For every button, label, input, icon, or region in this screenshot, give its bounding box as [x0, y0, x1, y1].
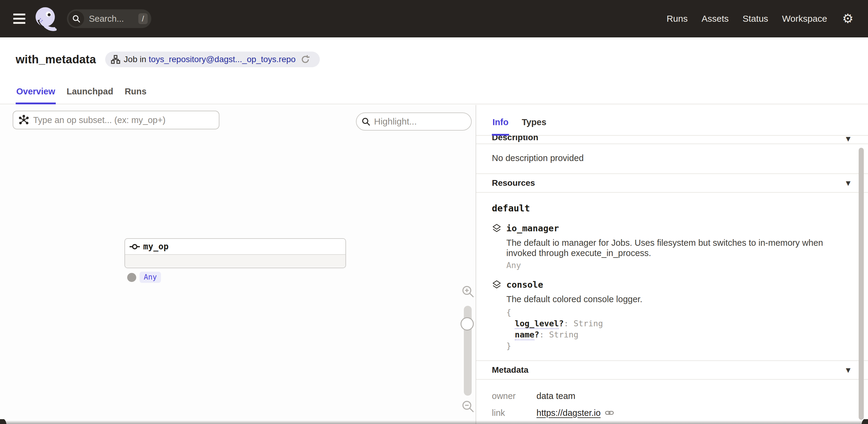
- op-graph-panel: my_op Any: [0, 105, 476, 424]
- table-row: link https://dagster.io: [492, 404, 852, 421]
- tab-info[interactable]: Info: [492, 117, 509, 136]
- resource-console: console The default colored console logg…: [492, 279, 851, 351]
- repo-link[interactable]: toys_repository@dagst..._op_toys.repo: [149, 55, 296, 64]
- resource-type: Any: [506, 261, 851, 270]
- resources-body: default io_manager The default io manage…: [476, 203, 868, 351]
- page-title: with_metadata: [16, 53, 96, 66]
- job-tabs: Overview Launchpad Runs: [0, 82, 868, 104]
- tab-types[interactable]: Types: [521, 117, 547, 136]
- section-title: Description: [492, 136, 538, 142]
- op-subset-filter: [13, 111, 219, 129]
- top-navbar: / Runs Assets Status Workspace ⚙: [0, 0, 868, 37]
- job-graph-icon: [111, 55, 120, 64]
- global-search[interactable]: /: [67, 9, 151, 28]
- config-open-brace: {: [506, 307, 851, 318]
- zoom-slider-thumb[interactable]: [461, 317, 474, 331]
- gear-icon[interactable]: ⚙: [842, 12, 854, 25]
- metadata-table: owner data team link https://dagster.io: [476, 380, 868, 421]
- job-badge-prefix: Job in: [124, 55, 147, 64]
- resources-section-header[interactable]: Resources ▼: [476, 173, 868, 193]
- search-icon: [361, 117, 370, 126]
- job-definition-sidebar: Info Types Description ▼ No description …: [476, 105, 868, 424]
- search-icon: [68, 11, 84, 27]
- op-icon: [129, 243, 140, 250]
- config-key[interactable]: name: [515, 330, 534, 340]
- chevron-down-icon[interactable]: ▼: [846, 366, 850, 374]
- resource-name: console: [506, 279, 543, 290]
- metadata-key: owner: [492, 391, 536, 401]
- metadata-link[interactable]: https://dagster.io: [536, 408, 601, 418]
- nav-link-runs[interactable]: Runs: [667, 13, 688, 24]
- config-key[interactable]: log_level: [515, 319, 559, 329]
- scrollbar-thumb[interactable]: [859, 148, 864, 420]
- op-node-name: my_op: [143, 242, 168, 251]
- output-type-badge[interactable]: Any: [140, 272, 161, 283]
- zoom-in-icon[interactable]: [461, 285, 474, 299]
- highlight-filter: [356, 113, 472, 130]
- op-node-my-op[interactable]: my_op: [124, 238, 346, 268]
- config-schema: { log_level?: String name?: String }: [506, 307, 851, 351]
- resource-name: io_manager: [506, 223, 559, 234]
- op-node-body: [125, 255, 345, 267]
- description-body: No description provided: [476, 144, 868, 173]
- chevron-down-icon[interactable]: ▼: [846, 179, 850, 187]
- resource-io-manager: io_manager The default io manager for Jo…: [492, 223, 851, 270]
- op-subset-input[interactable]: [29, 115, 213, 125]
- navbar-links: Runs Assets Status Workspace: [667, 13, 827, 24]
- highlight-input[interactable]: [370, 116, 466, 127]
- description-section-header[interactable]: Description ▼: [476, 136, 868, 144]
- zoom-out-icon[interactable]: [461, 400, 474, 414]
- sidebar-scroll-area[interactable]: Description ▼ No description provided Re…: [476, 136, 868, 424]
- hamburger-menu-icon[interactable]: [13, 13, 25, 24]
- resource-description: The default io manager for Jobs. Uses fi…: [506, 238, 847, 258]
- external-link-icon[interactable]: [605, 408, 614, 417]
- tab-launchpad[interactable]: Launchpad: [66, 87, 114, 104]
- metadata-section-header[interactable]: Metadata ▼: [476, 360, 868, 380]
- op-selector-icon: [19, 115, 29, 125]
- resource-description: The default colored console logger.: [506, 294, 847, 304]
- search-shortcut-key: /: [138, 13, 148, 24]
- search-input[interactable]: [84, 14, 138, 24]
- section-title: Resources: [492, 178, 535, 188]
- chevron-down-icon[interactable]: ▼: [846, 136, 850, 142]
- metadata-value: data team: [536, 391, 575, 401]
- content: my_op Any: [0, 105, 868, 424]
- dagster-logo-icon[interactable]: [34, 6, 58, 31]
- nav-link-status[interactable]: Status: [743, 13, 768, 24]
- config-close-brace: }: [506, 340, 851, 351]
- metadata-key: link: [492, 408, 536, 418]
- reload-repo-icon[interactable]: [301, 55, 314, 64]
- config-type: String: [574, 319, 603, 328]
- config-field-name: name?: String: [506, 329, 851, 340]
- page-header: with_metadata Job in toys_repository@dag…: [0, 37, 868, 82]
- nav-link-assets[interactable]: Assets: [702, 13, 729, 24]
- sidebar-tabs: Info Types: [476, 105, 868, 136]
- section-title: Metadata: [492, 365, 528, 375]
- config-field-log-level: log_level?: String: [506, 318, 851, 329]
- resource-group-name: default: [492, 203, 851, 213]
- job-repo-badge: Job in toys_repository@dagst..._op_toys.…: [105, 52, 320, 67]
- op-output-port[interactable]: [127, 273, 136, 282]
- resource-layers-icon: [492, 280, 501, 290]
- tab-runs[interactable]: Runs: [124, 87, 147, 104]
- table-row: owner data team: [492, 388, 852, 404]
- tab-overview[interactable]: Overview: [16, 87, 56, 104]
- nav-link-workspace[interactable]: Workspace: [782, 13, 827, 24]
- resource-layers-icon: [492, 223, 501, 233]
- graph-zoom-controls: [459, 105, 476, 424]
- config-type: String: [549, 330, 579, 339]
